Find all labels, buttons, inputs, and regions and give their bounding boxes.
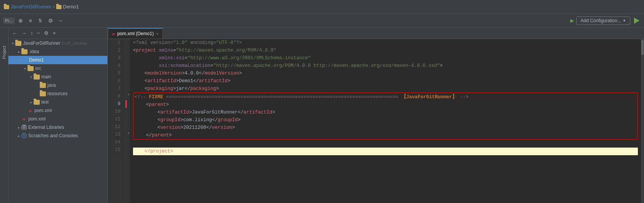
main-layout: Project ← → ↕ ↕ ⚙ × JavaForGitRunner D:\…: [0, 28, 644, 203]
align-down-button[interactable]: ⇅: [36, 16, 44, 25]
code-line-2: <project xmlns="http://maven.apache.org/…: [133, 47, 638, 54]
line-num-4: 4: [108, 62, 122, 70]
code-text-7: <packaging>jar</packaging>: [133, 85, 219, 93]
code-text-2: <project xmlns="http://maven.apache.org/…: [133, 47, 276, 54]
red-bordered-region: <!-- FIXME =============================…: [133, 93, 638, 140]
sidebar-expand[interactable]: ↕: [29, 29, 35, 37]
line-num-8: 8: [108, 93, 122, 100]
tree-item-demo1[interactable]: Demo1: [8, 56, 107, 64]
close-panel-button[interactable]: −: [57, 16, 65, 25]
breadcrumb: JavaForGitRunner › Demo1: [4, 4, 79, 10]
run-button[interactable]: [633, 16, 641, 25]
tree-item-java[interactable]: java: [8, 81, 107, 89]
code-text-3: xmlns:xsi="http://www.w3.org/2001/XMLSch…: [133, 54, 311, 62]
project-tree[interactable]: JavaForGitRunner D:\A_JAVA\w... .idea De…: [8, 39, 107, 203]
breadcrumb-child[interactable]: Demo1: [63, 4, 79, 10]
breadcrumb-root[interactable]: JavaForGitRunner: [11, 4, 51, 10]
sidebar-collapse[interactable]: ↕: [35, 30, 42, 36]
add-config-label: Add Configuration...: [581, 18, 621, 23]
breadcrumb-separator: ›: [53, 4, 54, 10]
vertical-scrollbar[interactable]: [641, 39, 644, 203]
tree-arrow-src: [22, 66, 28, 71]
navigate-back-button[interactable]: ⊕: [16, 16, 25, 25]
tree-item-pom-demo1[interactable]: m pom.xml: [8, 106, 107, 115]
add-configuration-button[interactable]: Add Configuration... ▼: [576, 16, 630, 25]
line-num-15: 15: [108, 146, 122, 154]
project-side-tab[interactable]: Project: [1, 43, 7, 62]
sidebar-toolbar: ← → ↕ ↕ ⚙ ×: [8, 28, 107, 39]
tree-item-idea[interactable]: .idea: [8, 47, 107, 56]
code-line-6: <artifactId>Demo1</artifactId>: [133, 77, 638, 85]
line-num-1: 1: [108, 39, 122, 47]
breadcrumb-folder-icon2: [56, 4, 63, 10]
sidebar-navigate-back[interactable]: ←: [11, 29, 19, 37]
maven-icon-pom1: m: [28, 108, 33, 113]
left-panel-tabs: Project: [0, 28, 8, 203]
ext-libraries-icon: [21, 125, 27, 130]
code-line-14: [133, 140, 638, 148]
fold-end-icon[interactable]: ▴: [128, 131, 130, 135]
code-line-9: <parent>: [135, 101, 636, 109]
code-text-10: <artifactId>JavaForGitRunner</artifactId…: [135, 109, 275, 116]
folder-icon-main: [34, 75, 40, 80]
fold-start-icon[interactable]: ▾: [128, 93, 130, 97]
sidebar-settings[interactable]: ⚙: [42, 29, 50, 37]
add-config-dropdown-icon: ▼: [623, 19, 626, 23]
tab-maven-icon: m: [112, 32, 115, 36]
tree-arrow-java: [34, 83, 40, 88]
code-line-11: <groupId>com.lixing</groupId>: [135, 116, 636, 124]
code-line-7: <packaging>jar</packaging>: [133, 85, 638, 93]
tree-arrow-main: [28, 74, 34, 80]
code-line-10: <artifactId>JavaForGitRunner</artifactId…: [135, 109, 636, 116]
line-num-12: 12: [108, 123, 122, 131]
editor-tab-pom[interactable]: m pom.xml (Demo1) ×: [108, 28, 163, 39]
sidebar-navigate-forward[interactable]: →: [20, 29, 28, 37]
settings-button[interactable]: ⚙: [46, 16, 55, 25]
tree-label-ext: External Libraries: [28, 125, 64, 130]
tree-item-main[interactable]: main: [8, 73, 107, 81]
code-text-4: xsi:schemaLocation="http://maven.apache.…: [133, 62, 443, 70]
line-num-5: 5: [108, 70, 122, 77]
code-line-4: xsi:schemaLocation="http://maven.apache.…: [133, 62, 638, 70]
tree-item-scratches[interactable]: Scratches and Consoles: [8, 132, 107, 140]
tree-item-src[interactable]: src: [8, 64, 107, 73]
tree-label-src: src: [35, 66, 41, 71]
line-num-13: 13: [108, 131, 122, 138]
line-num-2: 2: [108, 47, 122, 54]
tree-label-test: test: [41, 99, 49, 105]
tab-label-pom: pom.xml (Demo1): [117, 31, 154, 36]
code-line-13: </parent>: [135, 132, 636, 139]
code-text-11: <groupId>com.lixing</groupId>: [135, 116, 241, 124]
tree-item-root[interactable]: JavaForGitRunner D:\A_JAVA\w...: [8, 39, 107, 47]
tree-item-resources[interactable]: resources: [8, 89, 107, 98]
code-text-1: <?xml version="1.0" encoding="UTF-8"?>: [133, 39, 242, 47]
align-up-button[interactable]: ≡: [27, 16, 34, 25]
line-num-3: 3: [108, 54, 122, 62]
tree-item-test[interactable]: test: [8, 98, 107, 106]
tree-item-pom-root[interactable]: m pom.xml: [8, 115, 107, 123]
line-num-7: 7: [108, 85, 122, 93]
project-sidebar: ← → ↕ ↕ ⚙ × JavaForGitRunner D:\A_JAVA\w…: [8, 28, 108, 203]
code-editor[interactable]: 1 2 3 4 5 6 7 8 9 10 11 12 13 14 15 ▾ ▴: [108, 39, 644, 203]
code-line-15: </project>: [133, 148, 638, 155]
tree-arrow-idea: [16, 49, 21, 54]
tree-arrow-pom1: [22, 108, 28, 113]
tree-arrow-root: [10, 41, 15, 46]
tab-close-pom[interactable]: ×: [156, 32, 158, 36]
breadcrumb-folder-icon: [4, 4, 11, 10]
code-content[interactable]: <?xml version="1.0" encoding="UTF-8"?> <…: [130, 39, 641, 203]
code-line-1: <?xml version="1.0" encoding="UTF-8"?>: [133, 39, 638, 47]
tree-label-demo1: Demo1: [29, 57, 44, 63]
folder-icon-src: [28, 66, 34, 71]
folder-icon-idea: [21, 49, 28, 54]
green-arrow-icon[interactable]: ▶: [570, 17, 574, 24]
tree-label-main: main: [41, 74, 51, 80]
tree-label-idea: .idea: [29, 49, 39, 54]
code-line-8: <!-- FIXME =============================…: [135, 93, 636, 101]
tree-item-ext-libraries[interactable]: External Libraries: [8, 123, 107, 132]
sidebar-close[interactable]: ×: [51, 29, 57, 37]
scrollbar-thumb[interactable]: [641, 40, 644, 55]
code-line-5: <modelVersion>4.0.0</modelVersion>: [133, 70, 638, 77]
run-triangle-icon: [634, 18, 639, 24]
project-icon-btn[interactable]: Pr...: [3, 18, 15, 24]
